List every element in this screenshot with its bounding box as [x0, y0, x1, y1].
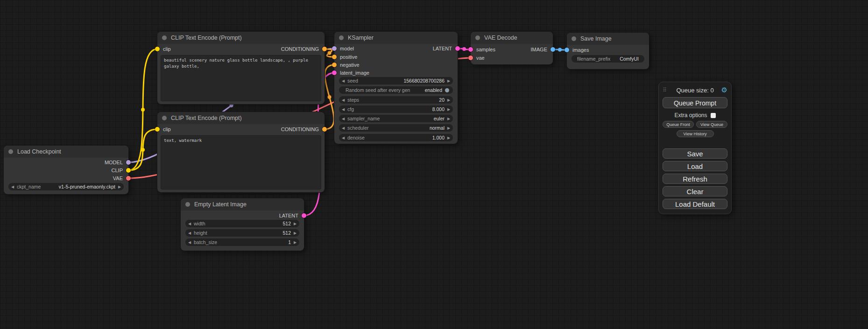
- input-slot-clip[interactable]: clip: [155, 45, 171, 53]
- toggle-dot[interactable]: [445, 88, 449, 92]
- latent-slot-dot[interactable]: [302, 213, 306, 218]
- input-slot-negative[interactable]: negative: [332, 61, 360, 69]
- input-slot-clip[interactable]: clip: [155, 126, 171, 133]
- view-queue-button[interactable]: View Queue: [696, 121, 727, 128]
- increment-arrow-icon[interactable]: ▶: [445, 79, 453, 83]
- output-slot-clip[interactable]: CLIP: [112, 167, 131, 174]
- input-slot-images[interactable]: images: [565, 46, 589, 54]
- clear-button[interactable]: Clear: [663, 186, 727, 196]
- latent-slot-dot[interactable]: [455, 46, 460, 51]
- cfg-widget[interactable]: ◀ cfg 8.000 ▶: [339, 105, 453, 113]
- increment-arrow-icon[interactable]: ▶: [445, 98, 453, 102]
- decrement-arrow-icon[interactable]: ◀: [339, 136, 347, 140]
- image-slot-dot[interactable]: [565, 48, 569, 52]
- node-empty-latent-image[interactable]: Empty Latent Image LATENT ◀ width 512 ▶ …: [181, 198, 304, 251]
- sampler-name-widget[interactable]: ◀ sampler_name euler ▶: [339, 115, 453, 122]
- denoise-widget[interactable]: ◀ denoise 1.000 ▶: [339, 134, 453, 141]
- increment-arrow-icon[interactable]: ▶: [115, 185, 124, 189]
- increment-arrow-icon[interactable]: ▶: [291, 222, 299, 226]
- refresh-button[interactable]: Refresh: [663, 174, 727, 184]
- decrement-arrow-icon[interactable]: ◀: [185, 222, 194, 226]
- decrement-arrow-icon[interactable]: ◀: [185, 231, 194, 235]
- node-vae-decode[interactable]: VAE Decode samples vae IMAGE: [471, 32, 553, 64]
- collapse-dot[interactable]: [339, 35, 344, 40]
- scheduler-widget[interactable]: ◀ scheduler normal ▶: [339, 124, 453, 132]
- input-slot-samples[interactable]: samples: [468, 46, 495, 53]
- collapse-dot[interactable]: [8, 149, 13, 154]
- filename-prefix-widget[interactable]: filename_prefix ComfyUI: [572, 55, 644, 63]
- collapse-dot[interactable]: [162, 116, 167, 120]
- output-slot-conditioning[interactable]: CONDITIONING: [281, 126, 327, 133]
- negative-prompt-textarea[interactable]: text, watermark: [161, 135, 321, 189]
- width-widget[interactable]: ◀ width 512 ▶: [185, 220, 299, 227]
- queue-prompt-button[interactable]: Queue Prompt: [663, 97, 727, 108]
- collapse-dot[interactable]: [185, 202, 190, 207]
- node-title-bar[interactable]: CLIP Text Encode (Prompt): [157, 32, 325, 44]
- increment-arrow-icon[interactable]: ▶: [445, 126, 453, 130]
- increment-arrow-icon[interactable]: ▶: [445, 136, 453, 140]
- node-title-bar[interactable]: Empty Latent Image: [181, 198, 304, 210]
- ckpt-name-widget[interactable]: ◀ ckpt_name v1-5-pruned-emaonly.ckpt ▶: [8, 183, 124, 190]
- collapse-dot[interactable]: [475, 35, 480, 40]
- clip-slot-dot[interactable]: [155, 127, 160, 132]
- decrement-arrow-icon[interactable]: ◀: [8, 185, 17, 189]
- node-title-bar[interactable]: KSampler: [334, 32, 458, 44]
- node-title-bar[interactable]: CLIP Text Encode (Prompt): [157, 112, 325, 124]
- height-widget[interactable]: ◀ height 512 ▶: [185, 229, 299, 237]
- node-title-bar[interactable]: Load Checkpoint: [4, 146, 128, 158]
- batch-size-widget[interactable]: ◀ batch_size 1 ▶: [185, 238, 299, 246]
- node-title-bar[interactable]: VAE Decode: [471, 32, 553, 44]
- view-history-button[interactable]: View History: [677, 130, 714, 137]
- output-slot-vae[interactable]: VAE: [113, 175, 131, 182]
- input-slot-vae[interactable]: vae: [468, 54, 485, 62]
- image-slot-dot[interactable]: [550, 47, 555, 52]
- positive-prompt-textarea[interactable]: beautiful scenery nature glass bottle la…: [161, 55, 321, 101]
- output-slot-latent[interactable]: LATENT: [279, 212, 306, 219]
- queue-menu-panel[interactable]: ⠿ Queue size: 0 ⚙ Queue Prompt Extra opt…: [658, 82, 732, 214]
- input-slot-latent-image[interactable]: latent_image: [332, 69, 369, 77]
- drag-handle-icon[interactable]: ⠿: [663, 87, 670, 93]
- settings-gear-icon[interactable]: ⚙: [720, 86, 727, 94]
- random-seed-toggle[interactable]: Random seed after every gen enabled: [339, 86, 453, 94]
- vae-slot-dot[interactable]: [468, 56, 473, 60]
- increment-arrow-icon[interactable]: ▶: [291, 240, 299, 245]
- increment-arrow-icon[interactable]: ▶: [445, 117, 453, 121]
- input-slot-model[interactable]: model: [332, 45, 354, 52]
- extra-options-checkbox[interactable]: [711, 113, 716, 118]
- conditioning-slot-dot[interactable]: [322, 127, 327, 132]
- output-slot-conditioning[interactable]: CONDITIONING: [281, 45, 327, 53]
- clip-slot-dot[interactable]: [155, 47, 160, 51]
- decrement-arrow-icon[interactable]: ◀: [339, 117, 347, 121]
- model-slot-dot[interactable]: [126, 160, 131, 165]
- collapse-dot[interactable]: [162, 35, 167, 40]
- steps-widget[interactable]: ◀ steps 20 ▶: [339, 96, 453, 104]
- input-slot-positive[interactable]: positive: [332, 53, 357, 61]
- clip-slot-dot[interactable]: [126, 168, 131, 173]
- conditioning-slot-dot[interactable]: [332, 55, 337, 59]
- vae-slot-dot[interactable]: [126, 176, 131, 181]
- output-slot-latent[interactable]: LATENT: [433, 45, 460, 52]
- save-button[interactable]: Save: [663, 148, 727, 159]
- conditioning-slot-dot[interactable]: [332, 63, 337, 67]
- increment-arrow-icon[interactable]: ▶: [291, 231, 299, 235]
- latent-slot-dot[interactable]: [468, 47, 473, 52]
- queue-front-button[interactable]: Queue Front: [663, 121, 694, 128]
- load-button[interactable]: Load: [663, 161, 727, 171]
- node-clip-text-encode-negative[interactable]: CLIP Text Encode (Prompt) clip CONDITION…: [157, 112, 325, 192]
- node-save-image[interactable]: Save Image images filename_prefix ComfyU…: [567, 33, 649, 69]
- graph-canvas[interactable]: { "colors": { "model": "#B39DDB", "clip"…: [0, 0, 868, 329]
- node-title-bar[interactable]: Save Image: [567, 33, 649, 45]
- decrement-arrow-icon[interactable]: ◀: [339, 79, 347, 83]
- decrement-arrow-icon[interactable]: ◀: [339, 107, 347, 112]
- collapse-dot[interactable]: [572, 36, 576, 41]
- decrement-arrow-icon[interactable]: ◀: [185, 240, 194, 245]
- decrement-arrow-icon[interactable]: ◀: [339, 98, 347, 102]
- output-slot-model[interactable]: MODEL: [105, 159, 131, 166]
- node-load-checkpoint[interactable]: Load Checkpoint MODEL CLIP VAE ◀ ckpt_na…: [4, 146, 128, 194]
- load-default-button[interactable]: Load Default: [663, 199, 727, 209]
- seed-widget[interactable]: ◀ seed 156680208700286 ▶: [339, 77, 453, 84]
- increment-arrow-icon[interactable]: ▶: [445, 107, 453, 112]
- output-slot-image[interactable]: IMAGE: [531, 46, 555, 53]
- node-clip-text-encode-positive[interactable]: CLIP Text Encode (Prompt) clip CONDITION…: [157, 32, 325, 104]
- conditioning-slot-dot[interactable]: [322, 47, 327, 51]
